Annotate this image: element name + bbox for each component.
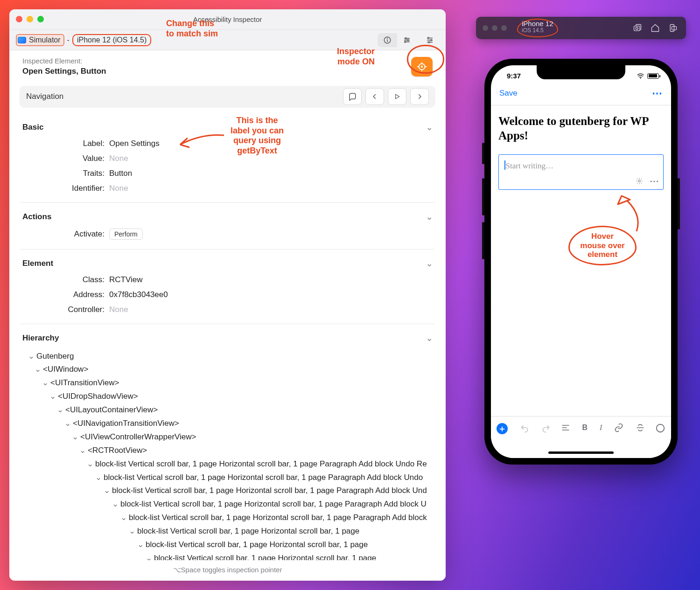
hierarchy-node[interactable]: Gutenberg: [36, 350, 74, 363]
target-dash: -: [67, 36, 70, 44]
navigation-label: Navigation: [26, 92, 63, 101]
chevron-down-icon: ⌄: [426, 333, 433, 343]
close-button[interactable]: [16, 16, 22, 22]
settings-button[interactable]: [420, 33, 439, 47]
post-title[interactable]: Welcome to gutenberg for WP Apps!: [498, 114, 664, 143]
hierarchy-node[interactable]: <UINavigationTransitionView>: [73, 417, 179, 430]
bold-button[interactable]: B: [582, 423, 588, 432]
block-more-button[interactable]: ⋯: [650, 175, 659, 187]
element-class-value: RCTView: [109, 275, 142, 285]
inspection-pointer-toggle[interactable]: [411, 57, 433, 76]
svg-point-32: [657, 424, 665, 432]
sim-os-version: iOS 14.5: [522, 28, 553, 34]
element-section-header[interactable]: Element ⌄: [9, 250, 446, 272]
audit-mode-button[interactable]: [397, 33, 417, 47]
svg-point-14: [428, 42, 430, 43]
redo-button[interactable]: [541, 424, 551, 433]
hierarchy-node[interactable]: block-list Vertical scroll bar, 1 page H…: [146, 538, 368, 552]
open-settings-button[interactable]: [636, 177, 643, 185]
align-button[interactable]: [561, 423, 570, 432]
hierarchy-node[interactable]: block-list Vertical scroll bar, 1 page H…: [129, 511, 427, 525]
hierarchy-node[interactable]: block-list Vertical scroll bar, 1 page H…: [120, 498, 427, 511]
more-menu-button[interactable]: ⋯: [652, 87, 663, 99]
actions-section-header[interactable]: Actions ⌄: [9, 203, 446, 226]
target-device-label: iPhone 12 (iOS 14.5): [72, 34, 151, 46]
link-button[interactable]: [614, 423, 623, 432]
svg-point-12: [428, 37, 429, 39]
basic-value-value: None: [109, 154, 128, 163]
side-button: [482, 222, 484, 259]
undo-button[interactable]: [520, 424, 529, 433]
screenshot-button[interactable]: [631, 21, 644, 35]
element-class-key: Class:: [22, 275, 109, 285]
basic-identifier-value: None: [109, 184, 128, 193]
sim-device-info: iPhone 12 iOS 14.5: [517, 19, 558, 37]
sim-close-button[interactable]: [483, 25, 488, 31]
accessibility-inspector-window: Accessibility Inspector Simulator - iPho…: [9, 9, 446, 581]
target-process-picker[interactable]: Simulator - iPhone 12 (iOS 14.5): [16, 34, 151, 46]
svg-rect-24: [670, 25, 674, 32]
hierarchy-node[interactable]: block-list Vertical scroll bar, 1 page H…: [104, 471, 423, 485]
previous-element-button[interactable]: [365, 88, 384, 105]
footer-hint: ⌥Space toggles inspection pointer: [9, 560, 446, 581]
hierarchy-node[interactable]: <UIWindow>: [43, 363, 88, 376]
hierarchy-node[interactable]: block-list Vertical scroll bar, 1 page H…: [154, 552, 376, 560]
hierarchy-tree[interactable]: ⌄Gutenberg ⌄<UIWindow> ⌄<UITransitionVie…: [9, 347, 446, 561]
side-button: [678, 178, 680, 229]
hierarchy-node[interactable]: block-list Vertical scroll bar, 1 page H…: [95, 458, 427, 471]
element-controller-key: Controller:: [22, 305, 109, 314]
svg-rect-22: [634, 26, 640, 31]
basic-traits-key: Traits:: [22, 169, 109, 178]
home-button[interactable]: [649, 21, 662, 35]
add-block-button[interactable]: ＋: [497, 423, 508, 434]
hierarchy-node[interactable]: block-list Vertical scroll bar, 1 page H…: [137, 525, 359, 538]
hierarchy-node[interactable]: block-list Vertical scroll bar, 1 page H…: [112, 484, 427, 498]
target-app-label: Simulator: [29, 36, 61, 44]
sim-zoom-button[interactable]: [501, 25, 507, 31]
gear-icon: [636, 177, 643, 185]
side-button: [482, 178, 484, 215]
clock: 9:37: [507, 72, 521, 80]
simulator-icon: [18, 37, 26, 43]
zoom-button[interactable]: [37, 16, 44, 22]
window-titlebar: Accessibility Inspector: [9, 9, 446, 30]
speak-button[interactable]: [343, 88, 362, 105]
rotate-button[interactable]: [666, 21, 679, 35]
auto-navigate-button[interactable]: [388, 88, 406, 105]
inspector-toolbar: Simulator - iPhone 12 (iOS 14.5): [9, 30, 446, 50]
hierarchy-node[interactable]: <UILayoutContainerView>: [65, 403, 158, 417]
simulator-window-toolbar: iPhone 12 iOS 14.5: [476, 17, 686, 39]
actions-activate-key: Activate:: [22, 229, 109, 239]
hierarchy-node[interactable]: <RCTRootView>: [88, 444, 147, 458]
hierarchy-node[interactable]: <UITransitionView>: [50, 376, 119, 390]
element-address-key: Address:: [22, 290, 109, 299]
actions-section: Activate: Perform: [9, 226, 446, 243]
save-button[interactable]: Save: [499, 89, 518, 98]
element-section: Class:RCTView Address:0x7f8cb3043ee0 Con…: [9, 272, 446, 317]
next-element-button[interactable]: [410, 88, 429, 105]
block-placeholder: Start writing…: [506, 161, 553, 170]
battery-icon: [647, 73, 659, 79]
hierarchy-section-header[interactable]: Hierarchy ⌄: [9, 324, 446, 347]
italic-button[interactable]: I: [600, 423, 602, 432]
traffic-lights[interactable]: [16, 16, 44, 22]
paragraph-block[interactable]: Start writing… ⋯: [498, 154, 664, 190]
sim-minimize-button[interactable]: [492, 25, 497, 31]
hierarchy-node[interactable]: <UIViewControllerWrapperView>: [80, 430, 196, 444]
minimize-button[interactable]: [27, 16, 33, 22]
element-controller-value: None: [109, 305, 128, 314]
hierarchy-node[interactable]: <UIDropShadowView>: [58, 390, 138, 403]
mode-segmented-control[interactable]: [378, 33, 417, 47]
svg-point-6: [405, 37, 406, 39]
svg-marker-21: [396, 95, 399, 99]
strikethrough-button[interactable]: [636, 423, 645, 432]
info-mode-button[interactable]: [378, 33, 397, 47]
basic-traits-value: Button: [109, 169, 132, 178]
svg-point-26: [640, 78, 641, 79]
notch: [537, 65, 625, 79]
svg-point-13: [431, 39, 432, 41]
basic-section-header[interactable]: Basic ⌄: [9, 113, 446, 136]
perform-button[interactable]: Perform: [109, 229, 143, 240]
keyboard-toggle-button[interactable]: [655, 423, 665, 433]
svg-point-2: [387, 38, 388, 38]
